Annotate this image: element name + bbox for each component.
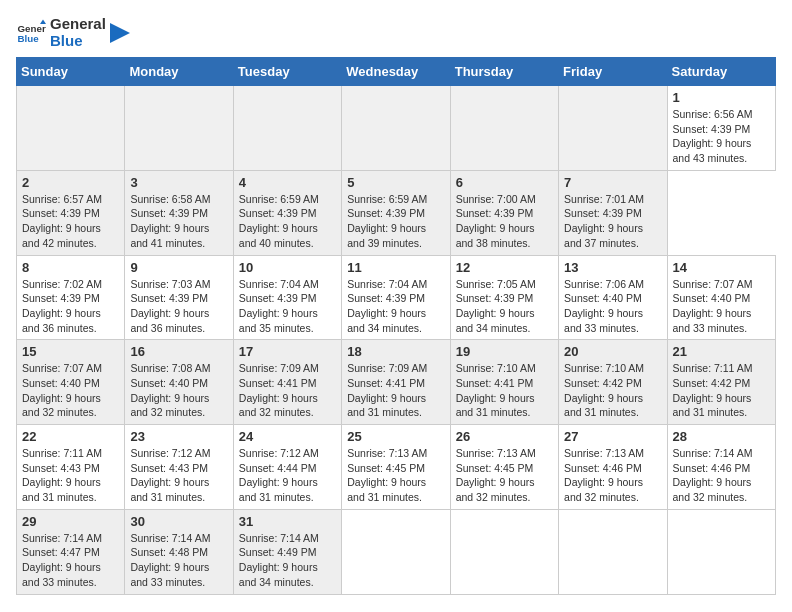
day-info: Sunrise: 7:01 AMSunset: 4:39 PMDaylight:… [564,192,661,251]
day-info: Sunrise: 6:58 AMSunset: 4:39 PMDaylight:… [130,192,227,251]
day-number: 7 [564,175,661,190]
calendar-cell: 15 Sunrise: 7:07 AMSunset: 4:40 PMDaylig… [17,340,125,425]
day-number: 4 [239,175,336,190]
day-number: 17 [239,344,336,359]
calendar-week-row: 1 Sunrise: 6:56 AMSunset: 4:39 PMDayligh… [17,86,776,171]
calendar-cell: 23 Sunrise: 7:12 AMSunset: 4:43 PMDaylig… [125,425,233,510]
weekday-header-row: SundayMondayTuesdayWednesdayThursdayFrid… [17,58,776,86]
day-number: 6 [456,175,553,190]
day-info: Sunrise: 7:12 AMSunset: 4:43 PMDaylight:… [130,446,227,505]
day-number: 24 [239,429,336,444]
day-number: 18 [347,344,444,359]
page-header: General Blue General Blue [16,16,776,49]
calendar-cell: 5 Sunrise: 6:59 AMSunset: 4:39 PMDayligh… [342,170,450,255]
calendar-cell: 19 Sunrise: 7:10 AMSunset: 4:41 PMDaylig… [450,340,558,425]
day-number: 10 [239,260,336,275]
calendar-cell: 30 Sunrise: 7:14 AMSunset: 4:48 PMDaylig… [125,509,233,594]
calendar-cell: 16 Sunrise: 7:08 AMSunset: 4:40 PMDaylig… [125,340,233,425]
calendar-cell: 29 Sunrise: 7:14 AMSunset: 4:47 PMDaylig… [17,509,125,594]
calendar-cell [450,86,558,171]
calendar-cell: 1 Sunrise: 6:56 AMSunset: 4:39 PMDayligh… [667,86,775,171]
day-number: 8 [22,260,119,275]
day-info: Sunrise: 7:05 AMSunset: 4:39 PMDaylight:… [456,277,553,336]
calendar-cell: 2 Sunrise: 6:57 AMSunset: 4:39 PMDayligh… [17,170,125,255]
day-info: Sunrise: 7:10 AMSunset: 4:41 PMDaylight:… [456,361,553,420]
day-number: 31 [239,514,336,529]
calendar-cell: 13 Sunrise: 7:06 AMSunset: 4:40 PMDaylig… [559,255,667,340]
day-number: 9 [130,260,227,275]
day-number: 19 [456,344,553,359]
day-info: Sunrise: 6:56 AMSunset: 4:39 PMDaylight:… [673,107,770,166]
day-number: 1 [673,90,770,105]
calendar-table: SundayMondayTuesdayWednesdayThursdayFrid… [16,57,776,595]
day-number: 13 [564,260,661,275]
day-info: Sunrise: 7:14 AMSunset: 4:48 PMDaylight:… [130,531,227,590]
svg-text:Blue: Blue [18,33,40,44]
calendar-cell: 22 Sunrise: 7:11 AMSunset: 4:43 PMDaylig… [17,425,125,510]
calendar-cell [450,509,558,594]
calendar-cell: 24 Sunrise: 7:12 AMSunset: 4:44 PMDaylig… [233,425,341,510]
calendar-cell: 14 Sunrise: 7:07 AMSunset: 4:40 PMDaylig… [667,255,775,340]
weekday-header-monday: Monday [125,58,233,86]
calendar-cell: 12 Sunrise: 7:05 AMSunset: 4:39 PMDaylig… [450,255,558,340]
calendar-cell: 27 Sunrise: 7:13 AMSunset: 4:46 PMDaylig… [559,425,667,510]
day-number: 30 [130,514,227,529]
svg-marker-2 [40,19,46,24]
calendar-week-row: 2 Sunrise: 6:57 AMSunset: 4:39 PMDayligh… [17,170,776,255]
calendar-cell: 3 Sunrise: 6:58 AMSunset: 4:39 PMDayligh… [125,170,233,255]
calendar-cell [17,86,125,171]
day-number: 11 [347,260,444,275]
day-number: 2 [22,175,119,190]
day-info: Sunrise: 7:03 AMSunset: 4:39 PMDaylight:… [130,277,227,336]
day-info: Sunrise: 7:13 AMSunset: 4:45 PMDaylight:… [347,446,444,505]
day-info: Sunrise: 6:59 AMSunset: 4:39 PMDaylight:… [239,192,336,251]
calendar-cell: 6 Sunrise: 7:00 AMSunset: 4:39 PMDayligh… [450,170,558,255]
day-number: 23 [130,429,227,444]
calendar-cell: 26 Sunrise: 7:13 AMSunset: 4:45 PMDaylig… [450,425,558,510]
svg-marker-3 [110,23,130,43]
day-number: 5 [347,175,444,190]
calendar-cell [125,86,233,171]
calendar-cell [342,509,450,594]
calendar-cell: 20 Sunrise: 7:10 AMSunset: 4:42 PMDaylig… [559,340,667,425]
day-info: Sunrise: 7:09 AMSunset: 4:41 PMDaylight:… [347,361,444,420]
day-info: Sunrise: 7:02 AMSunset: 4:39 PMDaylight:… [22,277,119,336]
svg-text:General: General [18,22,47,33]
day-info: Sunrise: 7:11 AMSunset: 4:43 PMDaylight:… [22,446,119,505]
logo-blue-text: Blue [50,33,106,50]
calendar-cell: 21 Sunrise: 7:11 AMSunset: 4:42 PMDaylig… [667,340,775,425]
calendar-week-row: 8 Sunrise: 7:02 AMSunset: 4:39 PMDayligh… [17,255,776,340]
day-info: Sunrise: 7:06 AMSunset: 4:40 PMDaylight:… [564,277,661,336]
day-info: Sunrise: 6:59 AMSunset: 4:39 PMDaylight:… [347,192,444,251]
day-number: 3 [130,175,227,190]
day-info: Sunrise: 7:14 AMSunset: 4:49 PMDaylight:… [239,531,336,590]
day-info: Sunrise: 7:13 AMSunset: 4:45 PMDaylight:… [456,446,553,505]
day-info: Sunrise: 7:10 AMSunset: 4:42 PMDaylight:… [564,361,661,420]
calendar-week-row: 29 Sunrise: 7:14 AMSunset: 4:47 PMDaylig… [17,509,776,594]
day-info: Sunrise: 7:12 AMSunset: 4:44 PMDaylight:… [239,446,336,505]
calendar-cell: 4 Sunrise: 6:59 AMSunset: 4:39 PMDayligh… [233,170,341,255]
calendar-week-row: 15 Sunrise: 7:07 AMSunset: 4:40 PMDaylig… [17,340,776,425]
calendar-cell: 7 Sunrise: 7:01 AMSunset: 4:39 PMDayligh… [559,170,667,255]
day-info: Sunrise: 7:04 AMSunset: 4:39 PMDaylight:… [239,277,336,336]
logo-arrow-icon [110,23,130,43]
day-number: 25 [347,429,444,444]
calendar-week-row: 22 Sunrise: 7:11 AMSunset: 4:43 PMDaylig… [17,425,776,510]
day-number: 20 [564,344,661,359]
day-info: Sunrise: 7:00 AMSunset: 4:39 PMDaylight:… [456,192,553,251]
day-info: Sunrise: 7:04 AMSunset: 4:39 PMDaylight:… [347,277,444,336]
day-info: Sunrise: 7:09 AMSunset: 4:41 PMDaylight:… [239,361,336,420]
day-number: 21 [673,344,770,359]
weekday-header-sunday: Sunday [17,58,125,86]
calendar-body: 1 Sunrise: 6:56 AMSunset: 4:39 PMDayligh… [17,86,776,595]
logo-icon: General Blue [16,18,46,48]
day-info: Sunrise: 7:08 AMSunset: 4:40 PMDaylight:… [130,361,227,420]
calendar-cell: 8 Sunrise: 7:02 AMSunset: 4:39 PMDayligh… [17,255,125,340]
day-info: Sunrise: 7:13 AMSunset: 4:46 PMDaylight:… [564,446,661,505]
day-info: Sunrise: 7:07 AMSunset: 4:40 PMDaylight:… [22,361,119,420]
calendar-cell [559,509,667,594]
calendar-cell: 28 Sunrise: 7:14 AMSunset: 4:46 PMDaylig… [667,425,775,510]
weekday-header-saturday: Saturday [667,58,775,86]
weekday-header-tuesday: Tuesday [233,58,341,86]
weekday-header-thursday: Thursday [450,58,558,86]
